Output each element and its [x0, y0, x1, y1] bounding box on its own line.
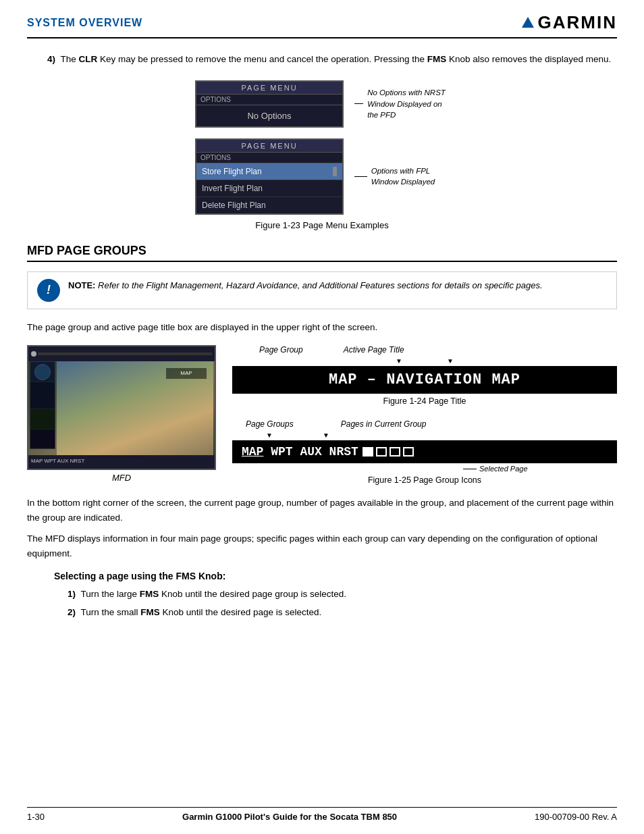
mfd-indicator: [31, 351, 36, 357]
sel-line: [463, 469, 477, 469]
fms-bold-2: FMS: [140, 607, 160, 617]
numbered-list: 1) Turn the large FMS Knob until the des…: [68, 587, 617, 620]
arrow3: ▼: [266, 432, 273, 439]
options-label-1: OPTIONS: [196, 95, 342, 105]
page-icons: [363, 447, 414, 457]
garmin-logo: GARMIN: [522, 12, 617, 33]
figure23-caption: Figure 1-23 Page Menu Examples: [27, 220, 617, 230]
page-menu-header-1: PAGE MENU: [196, 82, 342, 95]
body-text-2: In the bottom right corner of the screen…: [27, 496, 617, 525]
mfd-label: MFD: [27, 473, 216, 483]
horiz-line-2: [354, 176, 367, 177]
nav-title-bar: MAP – NAVIGATION MAP: [232, 366, 617, 394]
page-icon-empty-1: [376, 447, 387, 457]
mfd-dial: [34, 364, 51, 380]
mfd-figures-section: MAP MAP WPT AUX NRST MFD Page Group Acti…: [27, 345, 617, 485]
annotation-line-2: Options with FPL Window Displayed: [354, 165, 449, 187]
mfd-top-strip: [28, 346, 215, 361]
mfd-screenshot: MAP MAP WPT AUX NRST: [27, 345, 216, 470]
step-item-2: 2) Turn the small FMS Knob until the des…: [68, 605, 617, 620]
header-title: System Overview: [27, 17, 142, 29]
selected-page-annotation: Selected Page: [232, 465, 617, 473]
page-group-text: MAP WPT AUX NRST: [242, 445, 358, 459]
note-label: NOTE:: [68, 280, 95, 290]
step4-text: 4) The CLR Key may be pressed to remove …: [47, 52, 617, 67]
fig25-groups-label: Page Groups: [246, 419, 294, 429]
diagrams-column: PAGE MENU OPTIONS No Options No Options …: [195, 80, 449, 215]
no-options-row: No Options: [196, 105, 342, 126]
fig24-group-label: Page Group: [259, 345, 303, 355]
selected-page-text: Selected Page: [479, 465, 528, 473]
page-icon-empty-2: [390, 447, 400, 457]
diagram1-annotation-text: No Options with NRST Window Displayed on…: [367, 87, 449, 120]
page-menu-header-2: PAGE MENU: [196, 140, 342, 153]
arrow4: ▼: [323, 432, 329, 439]
note-body: Refer to the Flight Management, Hazard A…: [98, 280, 543, 290]
clr-key: CLR: [79, 54, 98, 64]
page-container: System Overview GARMIN 4) The CLR Key ma…: [0, 0, 644, 834]
garmin-triangle-icon: [522, 17, 534, 28]
fpl-option3: Delete Flight Plan: [196, 197, 342, 213]
step4-number: 4): [47, 54, 55, 64]
footer-page-number: 1-30: [27, 812, 45, 822]
mfd-inst-4: [30, 429, 55, 448]
selecting-heading: Selecting a page using the FMS Knob:: [54, 571, 617, 581]
mfd-map-area: MAP: [57, 361, 213, 455]
mfd-screenshot-col: MAP MAP WPT AUX NRST MFD: [27, 345, 216, 483]
garmin-wordmark: GARMIN: [538, 12, 617, 33]
diagrams-section: PAGE MENU OPTIONS No Options No Options …: [27, 80, 617, 215]
fig24-annotations: Page Group Active Page Title: [232, 345, 617, 355]
page-icon-empty-3: [403, 447, 414, 457]
fig24-title-label: Active Page Title: [344, 345, 404, 355]
mfd-bottom-text: MAP WPT AUX NRST: [28, 455, 215, 467]
fig25-annotations: Page Groups Pages in Current Group: [232, 419, 617, 429]
fpl-option-selected: Store Flight Plan: [196, 163, 342, 180]
fpl-option2: Invert Flight Plan: [196, 180, 342, 197]
arrow2: ▼: [447, 357, 454, 365]
mfd-right-col: Page Group Active Page Title ▼ ▼ MAP – N…: [232, 345, 617, 485]
note-box: ! NOTE: Refer to the Flight Management, …: [27, 271, 617, 309]
body-text-1: The page group and active page title box…: [27, 320, 617, 335]
footer-title: Garmin G1000 Pilot's Guide for the Socat…: [182, 812, 397, 822]
page-icon-filled: [363, 447, 373, 457]
fig25-arrows: ▼ ▼: [232, 432, 617, 439]
body-text-3: The MFD displays information in four mai…: [27, 531, 617, 561]
page-menu-box-2: PAGE MENU OPTIONS Store Flight Plan Inve…: [195, 138, 344, 215]
scroll-bar-icon: [333, 167, 337, 176]
mfd-overlay: MAP: [166, 368, 207, 379]
diagram1-row: PAGE MENU OPTIONS No Options No Options …: [195, 80, 449, 128]
page-menu-box-1: PAGE MENU OPTIONS No Options: [195, 80, 344, 128]
diagram1-annotation: No Options with NRST Window Displayed on…: [354, 87, 449, 120]
figure25-caption: Figure 1-25 Page Group Icons: [232, 475, 617, 485]
mfd-instrument-panel: [30, 361, 55, 449]
figure24-caption: Figure 1-24 Page Title: [232, 396, 617, 406]
mfd-inst-2: [30, 382, 55, 409]
note-text: NOTE: Refer to the Flight Management, Ha…: [68, 279, 543, 292]
mfd-bottom-strip: MAP WPT AUX NRST: [28, 455, 215, 469]
mfd-inst-1: [30, 362, 55, 382]
mfd-inst-3: [30, 409, 55, 429]
mfd-bar: [38, 353, 212, 355]
annotation-line-1: No Options with NRST Window Displayed on…: [354, 87, 449, 120]
step2-number: 2): [68, 607, 76, 617]
page-header: System Overview GARMIN: [27, 12, 617, 38]
arrow1: ▼: [396, 357, 402, 365]
horiz-line-1: [354, 103, 363, 104]
page-footer: 1-30 Garmin G1000 Pilot's Guide for the …: [27, 807, 617, 822]
options-label-2: OPTIONS: [196, 153, 342, 163]
mfd-section-title: MFD PAGE GROUPS: [27, 244, 617, 262]
footer-doc-number: 190-00709-00 Rev. A: [535, 812, 617, 822]
note-icon: !: [37, 279, 60, 302]
page-group-bar: MAP WPT AUX NRST: [232, 440, 617, 463]
fms-knob-ref: FMS: [427, 54, 447, 64]
diagram2-annotation: Options with FPL Window Displayed: [354, 165, 449, 187]
map-text: MAP: [242, 445, 263, 459]
fpl-option1-text: Store Flight Plan: [202, 167, 262, 176]
step1-number: 1): [68, 589, 76, 599]
step-item-1: 1) Turn the large FMS Knob until the des…: [68, 587, 617, 602]
diagram2-annotation-text: Options with FPL Window Displayed: [371, 165, 449, 187]
figure24: Page Group Active Page Title ▼ ▼ MAP – N…: [232, 345, 617, 406]
fig24-arrows: ▼ ▼: [232, 357, 617, 365]
diagram2-row: PAGE MENU OPTIONS Store Flight Plan Inve…: [195, 138, 449, 215]
figure25: Page Groups Pages in Current Group ▼ ▼ M…: [232, 419, 617, 485]
